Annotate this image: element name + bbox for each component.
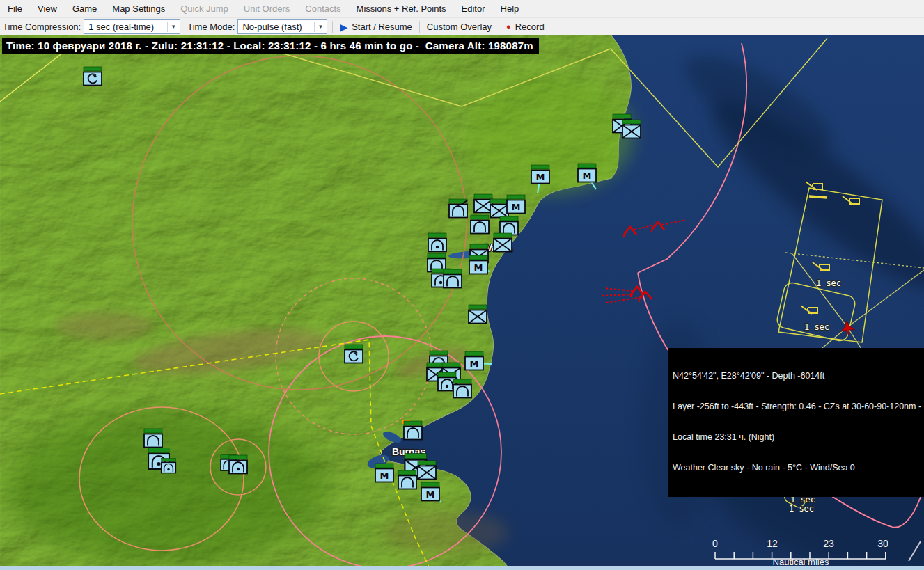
unit-status-bar [438,372,456,377]
record-icon: ● [506,23,511,31]
time-compression-select[interactable]: 1 sec (real-time) ▼ [84,19,180,34]
menu-item-help[interactable]: Help [493,3,527,14]
toolbar-separator [419,21,420,33]
unit-status-bar [428,233,446,237]
play-icon: ▶ [340,22,347,32]
tooltip-local-time: Local time 23:31 ч. (Night) [673,432,921,443]
menu-item-missions-ref-points[interactable]: Missions + Ref. Points [349,3,454,14]
menu-item-editor[interactable]: Editor [454,3,493,14]
menu-item-game[interactable]: Game [65,3,104,14]
unit-icon-inf[interactable] [490,199,508,218]
unit-glyph-m: M [470,358,479,369]
unit-icon-inf[interactable] [494,233,512,252]
menu-item-file[interactable]: File [0,3,30,14]
contact-time-label: 1 sec [789,504,814,514]
window-bottom-edge [0,566,924,570]
scale-tick-label: 0 [712,538,718,549]
custom-overlay-button[interactable]: Custom Overlay [425,22,494,32]
start-resume-label: Start / Resume [352,22,412,32]
unit-status-bar [622,120,641,124]
unit-glyph-m: M [536,172,545,182]
menu-bar: FileViewGameMap SettingsQuick JumpUnit O… [0,0,924,17]
tooltip-position-depth: N42°54'42", E28°42'09" - Depth -6014ft [673,371,921,381]
unit-icon-m[interactable]: M [421,482,441,502]
scale-tick-label: 23 [823,538,834,549]
unit-icon-dome[interactable] [500,216,518,235]
record-button[interactable]: ● Record [504,22,547,32]
unit-icon-dome[interactable] [444,269,462,288]
time-mode-value: No-pulse (fast) [242,22,302,32]
toolbar: Time Compression: 1 sec (real-time) ▼ Ti… [0,17,924,35]
unit-icon-radar[interactable] [345,345,363,363]
tooltip-layer-strength: Layer -256ft to -443ft - Strength: 0.46 … [673,402,921,412]
unit-icon-dome[interactable] [453,379,471,398]
time-mode-label: Time Mode: [187,22,235,32]
unit-icon-inf[interactable] [469,305,487,324]
time-mode-select[interactable]: No-pulse (fast) ▼ [237,19,327,34]
unit-status-bar [470,244,488,248]
unit-status-bar [84,67,102,71]
menu-item-unit-orders: Unit Orders [236,3,297,14]
unit-status-bar [229,455,247,459]
toolbar-separator [499,21,499,33]
toolbar-separator [332,21,333,33]
unit-status-bar [465,351,483,356]
unit-status-bar [500,216,518,221]
menu-item-map-settings[interactable]: Map Settings [104,3,173,14]
unit-icon-samdot[interactable] [229,455,247,474]
unit-glyph-m: M [583,171,592,181]
unit-icon-radar[interactable] [84,67,102,86]
menu-item-contacts: Contacts [297,3,348,14]
map-tooltip: N42°54'42", E28°42'09" - Depth -6014ft L… [668,348,924,497]
unit-icon-m[interactable]: M [469,255,490,274]
unit-status-bar [405,454,426,459]
unit-icon-samdot[interactable] [162,458,176,473]
unit-status-bar [444,269,462,274]
unit-icon-dome[interactable] [144,429,162,448]
unit-icon-inf[interactable] [470,244,488,263]
unit-icon-dome[interactable] [398,470,416,489]
unit-status-bar [418,461,436,465]
unit-icon-m[interactable]: M [507,195,525,214]
menu-item-quick-jump: Quick Jump [173,3,236,14]
unit-glyph-m: M [426,489,435,500]
time-compression-value: 1 sec (real-time) [88,22,154,32]
unit-icon-inf[interactable] [622,120,641,138]
unit-icon-dome[interactable] [404,421,422,440]
unit-status-bar [578,164,596,168]
unit-status-bar [428,253,446,258]
unit-status-bar [453,379,471,383]
contact-time-label: 1 sec [816,278,841,288]
unit-icon-samdot[interactable] [428,233,446,252]
unit-status-bar [398,470,416,475]
unit-status-bar [162,458,176,461]
unit-status-bar [404,421,422,425]
unit-icon-domegun[interactable] [449,199,467,218]
unit-status-bar [148,448,169,452]
scale-tick-label: 30 [877,538,888,549]
scale-caption: Nautical miles [773,557,829,566]
unit-glyph-m: M [512,202,521,212]
unit-icon-inf[interactable] [474,194,492,213]
unit-status-bar [469,305,487,309]
unit-status-bar [531,165,549,169]
unit-status-bar [430,351,448,355]
sim-time-status: Time: 10 февруари 2018 г. - Zulu: 21:31:… [2,38,539,54]
unit-glyph-m: M [474,262,483,273]
unit-status-bar [613,114,631,118]
unit-status-bar [494,233,512,237]
unit-icon-m[interactable]: M [375,464,393,482]
unit-icon-dome[interactable] [471,215,489,234]
tooltip-weather: Weather Clear sky - No rain - 5°C - Wind… [673,463,921,473]
map-viewport[interactable]: VarnaBurgas MMMMMMM 1 sec1 sec1 sec1 sec… [0,35,924,566]
unit-icon-inf[interactable] [418,461,436,480]
contact-time-label: 1 sec [804,322,829,332]
unit-status-bar [421,482,439,486]
unit-status-bar [375,464,393,468]
unit-glyph-m: M [380,470,389,481]
unit-status-bar [507,195,525,199]
time-compression-label: Time Compression: [3,22,81,32]
unit-status-bar [144,429,162,433]
menu-item-view[interactable]: View [30,3,65,14]
start-resume-button[interactable]: ▶ Start / Resume [338,22,414,32]
